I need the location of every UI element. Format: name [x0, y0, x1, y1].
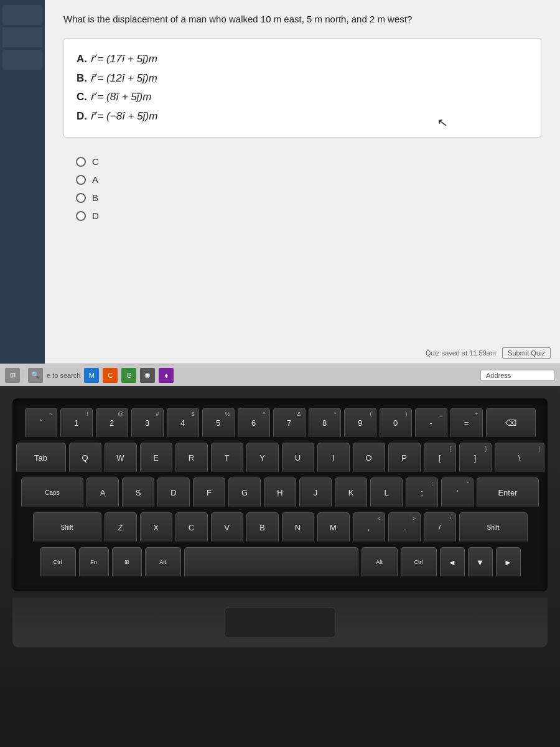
answer-option-c: C. r⃗ = (8î + 5ĵ)m	[77, 88, 528, 107]
start-icon[interactable]: ⊞	[5, 368, 20, 383]
key-a[interactable]: A	[86, 477, 119, 509]
taskbar-app-2[interactable]: C	[103, 368, 118, 383]
key-8[interactable]: *8	[309, 408, 341, 439]
radio-item-b[interactable]: B	[76, 192, 529, 203]
key-q[interactable]: Q	[69, 443, 101, 474]
search-icon[interactable]: 🔍	[28, 368, 43, 383]
quiz-saved-text: Quiz saved at 11:59am	[426, 349, 496, 357]
key-m[interactable]: M	[317, 512, 350, 543]
keyboard-row-5: Ctrl Fn ⊞ Alt Alt Ctrl ◄ ▼ ►	[19, 547, 541, 578]
key-tab[interactable]: Tab	[16, 443, 66, 474]
key-alt-left[interactable]: Alt	[145, 547, 181, 578]
answer-option-d: D. r⃗ = (−8î + 5ĵ)m	[77, 107, 528, 126]
key-semicolon[interactable]: :;	[406, 477, 438, 509]
key-comma[interactable]: <,	[353, 512, 385, 543]
key-tilde[interactable]: ~`	[25, 408, 57, 439]
key-5[interactable]: %5	[202, 408, 235, 439]
key-r[interactable]: R	[175, 443, 208, 474]
key-p[interactable]: P	[388, 443, 421, 474]
key-k[interactable]: K	[335, 477, 367, 509]
key-7[interactable]: &7	[273, 408, 306, 439]
key-s[interactable]: S	[122, 477, 154, 509]
key-enter[interactable]: Enter	[477, 477, 539, 509]
key-6[interactable]: ^6	[238, 408, 270, 439]
key-9[interactable]: (9	[344, 408, 376, 439]
taskbar-app-1[interactable]: M	[84, 368, 99, 383]
key-e[interactable]: E	[140, 443, 172, 474]
taskbar-app-5[interactable]: ♦	[159, 368, 174, 383]
radio-item-d[interactable]: D	[76, 210, 529, 221]
radio-group: C A B D	[63, 150, 541, 227]
submit-quiz-button[interactable]: Submit Quiz	[502, 347, 551, 359]
radio-circle-c[interactable]	[76, 157, 86, 167]
key-ctrl-right[interactable]: Ctrl	[401, 547, 437, 578]
main-content: What is the displacement of a man who wa…	[45, 0, 560, 386]
radio-circle-b[interactable]	[76, 193, 86, 203]
keyboard-row-4: Shift Z X C V B N M <, >. ?/ Shift	[19, 512, 541, 543]
key-bracket-close[interactable]: }]	[459, 443, 492, 474]
sidebar-item-1	[2, 5, 42, 25]
sidebar-item-2	[2, 27, 42, 47]
answer-box: A. r⃗ = (17î + 5ĵ)m B. r⃗ = (12î + 5ĵ)m …	[63, 38, 541, 138]
key-arrow-down[interactable]: ▼	[468, 547, 493, 578]
key-b[interactable]: B	[246, 512, 279, 543]
key-0[interactable]: )0	[380, 408, 412, 439]
key-shift-right[interactable]: Shift	[459, 512, 528, 543]
key-x[interactable]: X	[140, 512, 172, 543]
taskbar-separator	[24, 369, 24, 382]
quiz-status: Quiz saved at 11:59am Submit Quiz	[426, 347, 551, 359]
key-1[interactable]: !1	[60, 408, 93, 439]
key-arrow-left[interactable]: ◄	[440, 547, 465, 578]
key-backspace[interactable]: ⌫	[486, 408, 536, 439]
radio-item-a[interactable]: A	[76, 174, 529, 185]
key-4[interactable]: $4	[167, 408, 199, 439]
search-label: e to search	[47, 372, 80, 379]
radio-label-b: B	[92, 192, 98, 203]
screen: What is the displacement of a man who wa…	[0, 0, 560, 386]
key-shift-left[interactable]: Shift	[33, 512, 101, 543]
key-f[interactable]: F	[193, 477, 225, 509]
address-bar[interactable]: Address	[480, 370, 555, 381]
key-i[interactable]: I	[317, 443, 350, 474]
key-n[interactable]: N	[282, 512, 314, 543]
key-c[interactable]: C	[175, 512, 208, 543]
key-arrow-right[interactable]: ►	[496, 547, 521, 578]
key-h[interactable]: H	[264, 477, 296, 509]
key-bracket-open[interactable]: {[	[424, 443, 456, 474]
key-quote[interactable]: "'	[441, 477, 474, 509]
trackpad[interactable]	[224, 607, 336, 638]
key-v[interactable]: V	[211, 512, 243, 543]
key-o[interactable]: O	[353, 443, 385, 474]
radio-circle-d[interactable]	[76, 211, 86, 221]
key-u[interactable]: U	[282, 443, 314, 474]
key-minus[interactable]: _-	[415, 408, 447, 439]
key-fn[interactable]: Fn	[79, 547, 109, 578]
key-z[interactable]: Z	[105, 512, 137, 543]
key-period[interactable]: >.	[388, 512, 421, 543]
key-3[interactable]: #3	[131, 408, 164, 439]
key-win[interactable]: ⊞	[112, 547, 142, 578]
key-space[interactable]	[184, 547, 358, 578]
key-j[interactable]: J	[299, 477, 332, 509]
taskbar-app-4[interactable]: ◉	[140, 368, 155, 383]
keyboard-row-3: Caps A S D F G H J K L :; "' Enter	[19, 477, 541, 509]
keyboard-row-1: ~` !1 @2 #3 $4 %5 ^6 &7 *8 (9 )0 _- += ⌫	[19, 408, 541, 439]
key-alt-right[interactable]: Alt	[362, 547, 398, 578]
keyboard-area: ~` !1 @2 #3 $4 %5 ^6 &7 *8 (9 )0 _- += ⌫…	[0, 386, 560, 747]
key-t[interactable]: T	[211, 443, 243, 474]
key-2[interactable]: @2	[96, 408, 128, 439]
key-w[interactable]: W	[105, 443, 137, 474]
key-y[interactable]: Y	[246, 443, 279, 474]
key-backslash[interactable]: |\	[495, 443, 544, 474]
key-g[interactable]: G	[228, 477, 261, 509]
taskbar-app-3[interactable]: G	[121, 368, 136, 383]
radio-item-c[interactable]: C	[76, 156, 529, 167]
palm-rest	[12, 598, 548, 647]
radio-circle-a[interactable]	[76, 175, 86, 185]
key-d[interactable]: D	[157, 477, 190, 509]
key-l[interactable]: L	[370, 477, 403, 509]
key-slash[interactable]: ?/	[424, 512, 456, 543]
key-caps[interactable]: Caps	[21, 477, 83, 509]
key-ctrl-left[interactable]: Ctrl	[40, 547, 76, 578]
key-equals[interactable]: +=	[450, 408, 483, 439]
